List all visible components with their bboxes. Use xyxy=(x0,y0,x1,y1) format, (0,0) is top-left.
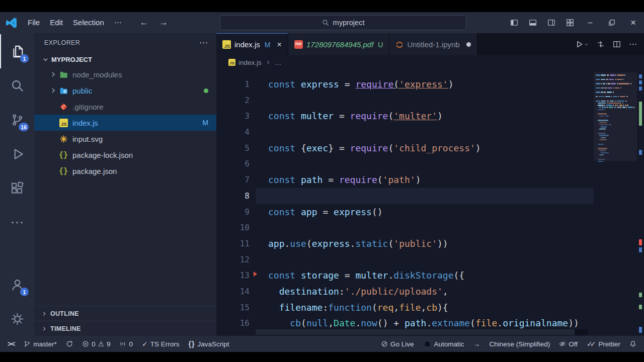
tab-index.js[interactable]: JSindex.jsM× xyxy=(216,33,288,55)
line-number: 15 xyxy=(216,300,250,316)
status-go-live[interactable]: Go Live xyxy=(376,336,419,352)
chevron-right-icon xyxy=(48,71,58,78)
status-auto-mode[interactable]: Automatic xyxy=(419,336,469,352)
code-line-9[interactable]: const app = express() xyxy=(256,204,644,220)
minimap-line xyxy=(596,118,635,119)
minimap-line xyxy=(596,159,635,160)
explorer-more-actions-button[interactable]: ⋯ xyxy=(199,37,208,48)
minimap-line xyxy=(596,128,635,130)
status-highlight[interactable]: Off xyxy=(554,336,582,352)
code-line-7[interactable]: const path = require('path') xyxy=(256,172,644,188)
activity-source-control[interactable]: 16 xyxy=(0,103,34,137)
folder-public-icon xyxy=(58,86,69,95)
ruler-mark xyxy=(639,102,642,126)
code-line-11[interactable]: app.use(express.static('public')) xyxy=(256,236,644,252)
status-label: 0 xyxy=(129,340,133,348)
status-branch[interactable]: master* xyxy=(19,336,61,352)
file-package-lock.json[interactable]: {}package-lock.json xyxy=(34,147,216,163)
code-line-5[interactable]: const {exec} = require('child_process') xyxy=(256,140,644,156)
breadcrumb[interactable]: JSindex.js… xyxy=(216,55,644,69)
breadcrumb-item[interactable]: JSindex.js xyxy=(228,59,262,66)
js-icon: JS xyxy=(222,40,231,49)
minimap-line xyxy=(596,81,635,82)
menu-file[interactable]: File xyxy=(23,12,45,33)
activity-accounts[interactable]: 1 xyxy=(0,267,34,302)
minimap-line xyxy=(596,92,635,93)
minimap-line xyxy=(596,89,635,91)
minimap-line xyxy=(596,152,635,154)
back-button[interactable]: ← xyxy=(140,18,148,28)
customize-layout-button[interactable] xyxy=(560,12,579,33)
code-line-13[interactable]: const storage = multer.diskStorage({ xyxy=(256,267,644,284)
code-line-8[interactable] xyxy=(256,188,644,204)
minimap-line xyxy=(596,85,635,86)
line-number: 5 xyxy=(216,140,250,156)
ellipsis-icon: ⋯ xyxy=(11,216,24,229)
file-.gitignore[interactable]: .gitignore xyxy=(34,99,216,115)
split-editor-button[interactable] xyxy=(613,40,621,48)
status-problems[interactable]: 0⚠9 xyxy=(77,336,115,352)
open-changes-button[interactable] xyxy=(597,40,605,48)
minimap-line xyxy=(596,131,635,132)
tab-1728097684945.pdf[interactable]: PDF1728097684945.pdfU xyxy=(288,33,390,55)
command-center-search[interactable]: myproject xyxy=(220,15,466,30)
check-icon: ✓ xyxy=(142,340,148,347)
file-label: package.json xyxy=(72,167,208,175)
menu-selection[interactable]: Selection xyxy=(68,12,109,33)
activity-run-debug[interactable] xyxy=(0,137,34,171)
activity-more-actions[interactable]: ⋯ xyxy=(0,205,34,239)
code-line-1[interactable]: const express = require('express') xyxy=(256,76,644,93)
code-line-4[interactable] xyxy=(256,124,644,140)
forward-button[interactable]: → xyxy=(159,18,168,28)
file-public[interactable]: public xyxy=(34,82,216,99)
file-index.js[interactable]: JSindex.jsM xyxy=(34,115,216,131)
code-line-14[interactable]: destination:'./public/uploads', xyxy=(256,284,644,300)
status-feedback[interactable]: 0 xyxy=(115,336,137,352)
code-line-10[interactable] xyxy=(256,220,644,236)
toggle-sidebar-button[interactable] xyxy=(505,12,523,33)
toggle-panel-button[interactable] xyxy=(523,12,542,33)
file-input.svg[interactable]: input.svg xyxy=(34,131,216,147)
minimize-button[interactable] xyxy=(579,12,601,33)
status-sync[interactable] xyxy=(61,336,77,352)
code-line-12[interactable] xyxy=(256,252,644,268)
close-button[interactable]: × xyxy=(622,12,644,33)
status-label: 0 xyxy=(92,340,96,348)
line-number: 2 xyxy=(216,93,250,109)
status-language-mode[interactable]: {}JavaScript xyxy=(184,336,233,352)
breadcrumb-item[interactable]: … xyxy=(275,59,282,66)
code-line-3[interactable]: const multer = require('multer') xyxy=(256,108,644,124)
file-package.json[interactable]: {}package.json xyxy=(34,163,216,179)
code-line-6[interactable] xyxy=(256,156,644,172)
project-root-row[interactable]: MYPROJECT xyxy=(34,52,216,66)
activity-settings[interactable] xyxy=(0,302,34,336)
code-line-15[interactable]: filename:function(req,file,cb){ xyxy=(256,300,644,316)
status-target-language[interactable]: Chinese (Simplified) xyxy=(485,336,554,352)
outline-section[interactable]: OUTLINE xyxy=(34,306,216,321)
ruler-mark xyxy=(639,239,642,245)
menu-more[interactable]: ⋯ xyxy=(109,12,127,33)
minimap-line xyxy=(596,96,635,98)
tab-Untitled-1.ipynb[interactable]: Untitled-1.ipynb xyxy=(389,33,477,55)
line-number: 6 xyxy=(216,156,250,172)
status-translate-arrow[interactable]: → xyxy=(468,336,485,352)
minimap[interactable] xyxy=(594,69,637,336)
status-remote[interactable]: >< xyxy=(3,336,19,352)
horizontal-scrollbar[interactable] xyxy=(256,329,588,335)
run-file-button[interactable] xyxy=(575,40,589,48)
editor-more-button[interactable]: ⋯ xyxy=(629,40,637,48)
status-prettier[interactable]: ✓✓Prettier xyxy=(582,336,625,352)
restore-button[interactable] xyxy=(601,12,622,33)
explorer-sidebar: EXPLORER ⋯ MYPROJECT node_modulespublic.… xyxy=(34,33,216,336)
close-tab-button[interactable]: × xyxy=(277,40,282,49)
menu-edit[interactable]: Edit xyxy=(45,12,68,33)
status-notifications[interactable] xyxy=(625,336,641,352)
activity-search[interactable] xyxy=(0,68,34,103)
file-node_modules[interactable]: node_modules xyxy=(34,66,216,82)
code-line-2[interactable] xyxy=(256,93,644,109)
status-ts-errors[interactable]: ✓TS Errors xyxy=(137,336,184,352)
activity-explorer[interactable]: 1 xyxy=(0,34,34,68)
timeline-section[interactable]: TIMELINE xyxy=(34,321,216,336)
activity-extensions[interactable] xyxy=(0,171,34,205)
toggle-secondary-sidebar-button[interactable] xyxy=(542,12,560,33)
